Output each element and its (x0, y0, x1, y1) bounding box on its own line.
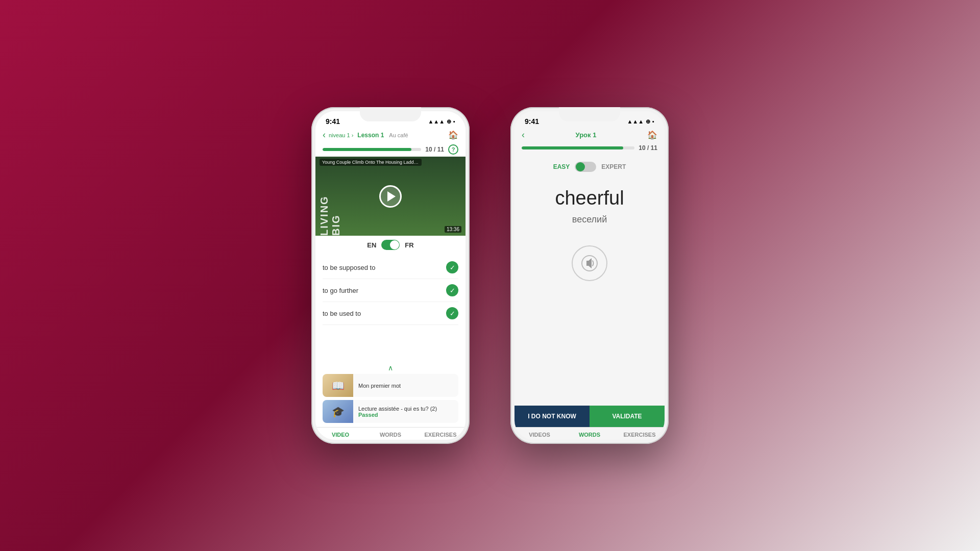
phrase-item-2: to be used to ✓ (323, 302, 458, 325)
phone-2: 9:41 ▲▲▲ ⊕ ▪ ‹ Урок 1 🏠 10 / 11 (510, 107, 669, 444)
play-button-1[interactable] (379, 185, 402, 208)
progress-track-1 (323, 148, 421, 151)
word-translation-2: веселий (572, 214, 607, 225)
time-1: 9:41 (326, 117, 340, 126)
lesson-thumb-icon-1: 🎓 (332, 406, 345, 418)
lesson-title-1: Lecture assistée - qui es tu? (2) (358, 406, 458, 412)
progress-fill-2 (522, 146, 623, 149)
lesson-info-0: Mon premier mot (358, 381, 458, 391)
lesson-title-0: Mon premier mot (358, 383, 458, 389)
difficulty-track-2[interactable] (575, 162, 596, 172)
lesson-thumb-0: 📖 (323, 374, 353, 397)
lesson-label-2: Урок 1 (528, 131, 644, 139)
status-icons-1: ▲▲▲ ⊕ ▪ (428, 118, 455, 125)
back-button-1[interactable]: ‹ (323, 130, 326, 140)
phrase-item-1: to go further ✓ (323, 279, 458, 302)
tab-words-label-1: WORDS (380, 432, 401, 438)
wifi-icon-2: ⊕ (646, 118, 650, 125)
progress-row-1: 10 / 11 ? (315, 142, 465, 157)
toggle-left-label-1: EN (367, 241, 376, 249)
phrase-text-2: to be used to (323, 310, 361, 317)
difficulty-row-2: EASY EXPERT (525, 162, 654, 172)
bottom-tabs-1: VIDEO WORDS EXERCISES (315, 427, 465, 440)
status-bar-2: 9:41 ▲▲▲ ⊕ ▪ (514, 111, 665, 128)
status-icons-2: ▲▲▲ ⊕ ▪ (627, 118, 654, 125)
signal-icon-2: ▲▲▲ (627, 118, 644, 124)
progress-track-2 (522, 146, 634, 149)
progress-label-1: 10 / 11 (425, 146, 444, 153)
check-icon-0: ✓ (446, 261, 458, 273)
phrase-text-0: to be supposed to (323, 264, 375, 271)
phone-1: 9:41 ▲▲▲ ⊕ ▪ ‹ niveau 1 › Lesson 1 Au ca… (311, 107, 470, 444)
play-triangle-icon (387, 191, 396, 202)
signal-icon-1: ▲▲▲ (428, 118, 445, 124)
tab-words-label-2: WORDS (579, 432, 600, 438)
lesson-status-1: Passed (358, 412, 458, 418)
speaker-icon (581, 255, 598, 271)
toggle-track-1[interactable] (381, 240, 400, 250)
tab-words-2[interactable]: WORDS (565, 432, 615, 438)
check-icon-1: ✓ (446, 284, 458, 296)
collapse-arrow-1[interactable]: ∧ (315, 362, 465, 374)
lesson-thumb-icon-0: 📖 (332, 380, 345, 392)
status-bar-1: 9:41 ▲▲▲ ⊕ ▪ (315, 111, 465, 128)
phone-2-inner: 9:41 ▲▲▲ ⊕ ▪ ‹ Урок 1 🏠 10 / 11 (514, 111, 665, 440)
toggle-right-label-1: FR (405, 241, 413, 249)
battery-icon-1: ▪ (453, 118, 455, 124)
word-card-body-2: EASY EXPERT cheerful веселий (514, 154, 665, 406)
toggle-row-1: EN FR (315, 236, 465, 254)
video-side-text-1: LIVING BIG (318, 172, 342, 236)
toggle-thumb-1 (390, 240, 399, 249)
home-button-1[interactable]: 🏠 (448, 130, 458, 140)
phone-1-inner: 9:41 ▲▲▲ ⊕ ▪ ‹ niveau 1 › Lesson 1 Au ca… (315, 111, 465, 440)
speaker-button-2[interactable] (572, 245, 607, 281)
back-button-2[interactable]: ‹ (522, 130, 525, 140)
difficulty-expert-label: EXPERT (601, 163, 626, 170)
home-button-2[interactable]: 🏠 (647, 130, 657, 140)
validate-button[interactable]: VALIDATE (590, 406, 665, 427)
help-button-1[interactable]: ? (448, 144, 458, 155)
tab-videos-label-2: VIDEOS (529, 432, 550, 438)
lesson-thumb-1: 🎓 (323, 400, 353, 423)
lesson-card-1[interactable]: 🎓 Lecture assistée - qui es tu? (2) Pass… (323, 400, 458, 423)
progress-label-2: 10 / 11 (639, 144, 657, 152)
difficulty-easy-label: EASY (553, 163, 570, 170)
word-main-2: cheerful (555, 187, 624, 209)
video-duration-1: 13:36 (445, 226, 461, 233)
time-2: 9:41 (525, 117, 539, 126)
check-icon-2: ✓ (446, 307, 458, 319)
phrase-list-1: to be supposed to ✓ to go further ✓ to b… (315, 254, 465, 362)
dont-know-button[interactable]: I DO NOT KNOW (514, 406, 590, 427)
tab-videos-2[interactable]: VIDEOS (514, 432, 565, 438)
tab-words-1[interactable]: WORDS (365, 432, 415, 438)
phones-container: 9:41 ▲▲▲ ⊕ ▪ ‹ niveau 1 › Lesson 1 Au ca… (311, 107, 669, 444)
phrase-text-1: to go further (323, 287, 358, 294)
action-buttons-2: I DO NOT KNOW VALIDATE (514, 406, 665, 427)
lesson-label-1: Lesson 1 (357, 132, 384, 139)
progress-row-2: 10 / 11 (514, 142, 665, 154)
wifi-icon-1: ⊕ (447, 118, 451, 125)
nav-bar-2: ‹ Урок 1 🏠 (514, 128, 665, 142)
bottom-tabs-2: VIDEOS WORDS EXERCISES (514, 427, 665, 440)
video-section-1[interactable]: Young Couple Climb Onto The Housing Ladd… (315, 157, 465, 236)
tab-exercises-1[interactable]: EXERCISES (415, 432, 465, 438)
tab-video-label-1: VIDEO (332, 432, 349, 438)
svg-marker-1 (586, 258, 592, 268)
tab-video-1[interactable]: VIDEO (315, 432, 365, 438)
lesson-info-1: Lecture assistée - qui es tu? (2) Passed (358, 404, 458, 420)
breadcrumb-1: niveau 1 › (329, 132, 353, 138)
lesson-card-0[interactable]: 📖 Mon premier mot (323, 374, 458, 397)
tab-exercises-label-1: EXERCISES (425, 432, 457, 438)
battery-icon-2: ▪ (652, 118, 654, 124)
nav-bar-1: ‹ niveau 1 › Lesson 1 Au café 🏠 (315, 128, 465, 142)
video-title-1: Young Couple Climb Onto The Housing Ladd… (320, 159, 422, 166)
tab-exercises-2[interactable]: EXERCISES (615, 432, 665, 438)
difficulty-thumb-2 (576, 162, 585, 171)
progress-fill-1 (323, 148, 411, 151)
lesson-name-1: Au café (389, 132, 408, 138)
tab-exercises-label-2: EXERCISES (624, 432, 656, 438)
lesson-cards-1: 📖 Mon premier mot 🎓 Lecture assistée - q… (315, 374, 465, 427)
phrase-item-0: to be supposed to ✓ (323, 256, 458, 279)
